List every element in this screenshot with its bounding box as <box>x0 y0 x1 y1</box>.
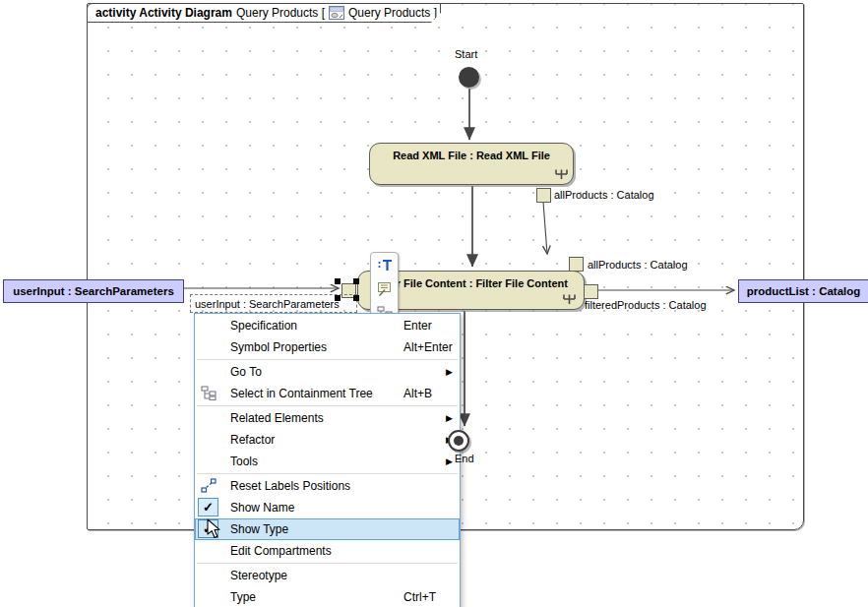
check-icon: ✓ <box>203 500 214 515</box>
start-node-label: Start <box>455 48 477 60</box>
menu-item-label: Edit Compartments <box>230 544 332 558</box>
menu-item-select-in-containment-tree[interactable]: Select in Containment Tree Alt+B <box>195 383 460 404</box>
activity-final-node-dot <box>454 436 464 446</box>
menu-item-shortcut: Alt+B <box>403 387 432 400</box>
application-canvas: activity Activity Diagram Query Products… <box>0 0 868 607</box>
parameter-node-productlist-label: productList : Catalog <box>747 285 861 297</box>
menu-item-label: Specification <box>230 319 297 333</box>
submenu-arrow-icon: ▶ <box>446 367 453 377</box>
menu-item-label: Show Name <box>230 501 294 515</box>
menu-item-edit-compartments[interactable]: Edit Compartments <box>195 540 460 562</box>
selected-pin-label-userinput[interactable]: userInput : SearchParameters <box>190 294 357 313</box>
menu-item-label: Tools <box>230 455 258 468</box>
menu-item-label: Select in Containment Tree <box>230 387 373 400</box>
selection-handle[interactable] <box>335 278 341 284</box>
menu-item-label: Stereotype <box>230 569 287 582</box>
object-flow-allproducts[interactable] <box>543 202 547 254</box>
menu-item-shortcut: Ctrl+T <box>403 590 436 604</box>
selected-pin-label-text: userInput : SearchParameters <box>195 298 340 310</box>
menu-separator <box>197 359 458 360</box>
menu-item-show-name[interactable]: ✓ Show Name <box>195 497 460 518</box>
selection-handle[interactable] <box>353 278 359 284</box>
menu-item-related-elements[interactable]: Related Elements ▶ <box>195 407 460 429</box>
menu-item-label: Symbol Properties <box>230 340 327 354</box>
menu-item-label: Type <box>230 590 256 604</box>
menu-item-shortcut: Alt+Enter <box>403 340 453 354</box>
menu-item-show-type[interactable]: ✓ Show Type <box>195 518 460 540</box>
menu-separator <box>197 473 458 474</box>
menu-item-specification[interactable]: Specification Enter <box>195 315 460 336</box>
containment-tree-icon <box>201 386 217 400</box>
menu-item-label: Go To <box>230 365 262 379</box>
input-pin-allproducts[interactable] <box>569 257 584 272</box>
parameter-node-userinput[interactable]: userInput : SearchParameters <box>3 279 184 303</box>
selection-handle[interactable] <box>335 295 341 301</box>
menu-item-stereotype[interactable]: Stereotype <box>195 565 460 586</box>
menu-item-label: Reset Labels Positions <box>230 479 350 493</box>
selection-handle[interactable] <box>353 295 359 301</box>
menu-item-tools[interactable]: Tools ▶ <box>195 451 460 472</box>
menu-item-reset-labels-positions[interactable]: Reset Labels Positions <box>195 475 460 497</box>
menu-item-label: Related Elements <box>230 411 324 425</box>
submenu-arrow-icon: ▶ <box>446 456 453 466</box>
input-pin-allproducts-label: allProducts : Catalog <box>588 259 688 271</box>
context-menu: Specification Enter Symbol Properties Al… <box>194 313 461 607</box>
output-pin-filteredproducts[interactable] <box>584 284 598 299</box>
menu-item-label: Refactor <box>230 433 275 447</box>
rake-icon <box>554 166 569 180</box>
menu-separator <box>197 405 458 406</box>
menu-item-label: Show Type <box>230 522 288 536</box>
output-pin-allproducts-label: allProducts : Catalog <box>554 189 654 201</box>
end-node-label: End <box>455 453 474 464</box>
menu-item-shortcut: Enter <box>403 319 432 333</box>
output-pin-allproducts[interactable] <box>536 188 551 203</box>
checkbox-checked[interactable]: ✓ <box>198 498 218 516</box>
menu-separator <box>197 563 458 564</box>
menu-item-refactor[interactable]: Refactor ▶ <box>195 429 460 451</box>
initial-node[interactable] <box>459 67 479 88</box>
menu-item-go-to[interactable]: Go To ▶ <box>195 361 460 383</box>
action-node-read-xml[interactable]: Read XML File : Read XML File <box>369 143 574 185</box>
action-node-read-xml-label: Read XML File : Read XML File <box>370 144 573 161</box>
rake-icon <box>562 291 577 305</box>
menu-item-symbol-properties[interactable]: Symbol Properties Alt+Enter <box>195 336 460 358</box>
menu-item-type[interactable]: Type Ctrl+T <box>195 586 460 607</box>
parameter-node-productlist[interactable]: productList : Catalog <box>738 279 868 303</box>
parameter-node-userinput-label: userInput : SearchParameters <box>13 285 174 297</box>
submenu-arrow-icon: ▶ <box>446 413 453 423</box>
mouse-cursor-icon <box>207 518 222 540</box>
reset-labels-icon <box>201 478 217 493</box>
note-icon[interactable] <box>376 280 394 298</box>
edit-name-icon[interactable] <box>376 256 394 273</box>
activity-final-node[interactable] <box>448 430 469 452</box>
output-pin-filteredproducts-label: filteredProducts : Catalog <box>585 299 707 311</box>
